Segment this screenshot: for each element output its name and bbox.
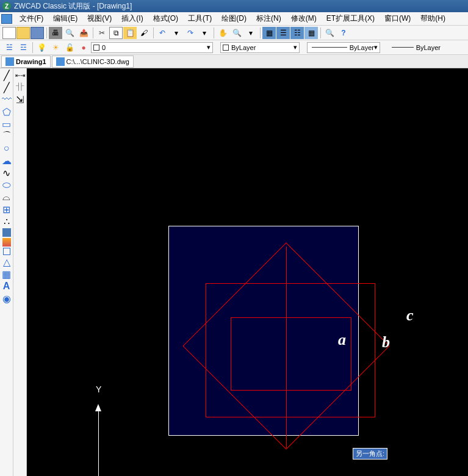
- point-tool[interactable]: ∴: [1, 216, 12, 227]
- menu-window[interactable]: 窗口(W): [380, 12, 416, 25]
- drawing-canvas[interactable]: a b c Y 另一角点:: [27, 68, 468, 476]
- layer-dropdown[interactable]: 0 ▾: [91, 42, 213, 53]
- dim-linear-tool[interactable]: ⇤⇥: [15, 70, 26, 81]
- pan-button[interactable]: ✋: [216, 27, 229, 39]
- menu-tools[interactable]: 工具(T): [183, 12, 217, 25]
- command-tooltip: 另一角点:: [353, 448, 387, 460]
- open-file-button[interactable]: [16, 27, 30, 39]
- publish-button[interactable]: 📤: [77, 27, 90, 39]
- spline-tool[interactable]: ∿: [1, 167, 12, 178]
- gradient-tool[interactable]: [2, 238, 11, 247]
- layer-name: 0: [102, 44, 106, 51]
- menu-draw[interactable]: 绘图(D): [217, 12, 251, 25]
- modify-toolbox: ⇤⇥ 卝 ⇲: [13, 68, 27, 476]
- tab-drawing1[interactable]: Drawing1: [1, 56, 51, 68]
- menu-format[interactable]: 格式(O): [148, 12, 183, 25]
- linetype-dropdown[interactable]: ByLayer ▾: [307, 42, 380, 53]
- zoom-realtime-button[interactable]: 🔍: [230, 27, 243, 39]
- zoom-window-button[interactable]: 🔍: [323, 27, 336, 39]
- linetype-value: ByLayer: [350, 44, 374, 51]
- layer-plot-icon[interactable]: ●: [77, 41, 90, 54]
- menu-bar: 文件(F) 编辑(E) 视图(V) 插入(I) 格式(O) 工具(T) 绘图(D…: [0, 12, 468, 26]
- menu-modify[interactable]: 修改(M): [286, 12, 322, 25]
- separator: [93, 27, 93, 38]
- zoom-dropdown-button[interactable]: ▾: [244, 27, 257, 39]
- linetype-sample-icon: [312, 47, 347, 48]
- menu-view[interactable]: 视图(V): [82, 12, 117, 25]
- polyline-tool[interactable]: 〰: [1, 94, 12, 105]
- draw-toolbox: ╱ ╱ 〰 ⬠ ▭ ⌒ ○ ☁ ∿ ⬭ ⌓ ⊞ ∴ △ ▦ A ◉: [0, 68, 13, 476]
- color-swatch-icon: [223, 45, 229, 51]
- circle-tool[interactable]: ○: [1, 143, 12, 154]
- arc-tool[interactable]: ⌒: [1, 131, 12, 142]
- pyramid-tool[interactable]: △: [1, 256, 12, 267]
- new-file-button[interactable]: [2, 27, 16, 39]
- text-tool[interactable]: A: [1, 281, 12, 292]
- layer-on-icon[interactable]: 💡: [35, 41, 48, 54]
- insert-block-tool[interactable]: ⊞: [1, 204, 12, 215]
- menu-edit[interactable]: 编辑(E): [48, 12, 82, 25]
- copy-button[interactable]: ⧉: [109, 27, 123, 39]
- separator: [260, 27, 261, 38]
- color-dropdown[interactable]: ByLayer ▾: [220, 42, 300, 53]
- separator: [46, 27, 47, 38]
- paste-button[interactable]: 📋: [123, 27, 137, 39]
- ucs-y-label: Y: [96, 384, 101, 394]
- revision-cloud-tool[interactable]: ☁: [1, 155, 12, 166]
- ucs-arrow-icon: [95, 404, 101, 411]
- title-bar: Z ZWCAD Classic 试用版 - [Drawing1]: [0, 0, 468, 12]
- redo-dropdown-button[interactable]: ▾: [198, 27, 211, 39]
- save-file-button[interactable]: [31, 27, 44, 39]
- menu-file[interactable]: 文件(F): [15, 12, 48, 25]
- menu-express[interactable]: ET扩展工具(X): [322, 12, 380, 25]
- table-tool[interactable]: ▦: [1, 269, 12, 279]
- region-tool[interactable]: [3, 248, 10, 255]
- app-logo-icon: Z: [2, 2, 11, 10]
- separator: [153, 27, 154, 38]
- lineweight-dropdown[interactable]: ByLayer: [387, 42, 442, 53]
- tab-label: C:\...\CLINIC-3D.dwg: [67, 58, 129, 65]
- print-preview-button[interactable]: 🔍: [63, 27, 76, 39]
- redo-button[interactable]: ↷: [184, 27, 197, 39]
- hatch-tool[interactable]: [2, 228, 11, 237]
- design-center-button[interactable]: ☷: [290, 27, 304, 39]
- properties-button[interactable]: ☰: [276, 27, 290, 39]
- help-button[interactable]: ?: [337, 27, 350, 39]
- cline-tool[interactable]: ╱: [1, 82, 12, 93]
- cut-button[interactable]: ✂: [95, 27, 109, 39]
- separator: [320, 27, 321, 38]
- crosshair-v: [286, 247, 287, 448]
- document-icon[interactable]: [1, 14, 12, 24]
- separator: [32, 42, 33, 53]
- line-tool[interactable]: ╱: [1, 70, 12, 81]
- dim-align-tool[interactable]: ⇲: [15, 94, 26, 105]
- tool-palettes-button[interactable]: ▦: [304, 27, 318, 39]
- separator: [214, 27, 214, 38]
- document-tabs: Drawing1 C:\...\CLINIC-3D.dwg: [0, 55, 468, 68]
- layer-toolbar: ☱ ☲ 💡 ☀ 🔓 ● 0 ▾ ByLayer ▾ ByLayer ▾ ByLa…: [0, 40, 468, 55]
- annotation-a: a: [338, 331, 346, 349]
- tab-label: Drawing1: [16, 58, 46, 65]
- print-button[interactable]: 🖶: [49, 27, 62, 39]
- match-properties-button[interactable]: 🖌: [137, 27, 151, 39]
- layer-manager-button[interactable]: ☱: [2, 41, 16, 54]
- dim-continue-tool[interactable]: 卝: [15, 82, 26, 93]
- menu-help[interactable]: 帮助(H): [416, 12, 450, 25]
- rectangle-tool[interactable]: ▭: [1, 118, 12, 129]
- menu-dimension[interactable]: 标注(N): [251, 12, 286, 25]
- ellipse-tool[interactable]: ⬭: [1, 179, 12, 190]
- donut-tool[interactable]: ◉: [1, 293, 12, 304]
- undo-button[interactable]: ↶: [156, 27, 169, 39]
- polygon-tool[interactable]: ⬠: [1, 106, 12, 117]
- layer-freeze-icon[interactable]: ☀: [49, 41, 62, 54]
- window-title: ZWCAD Classic 试用版 - [Drawing1]: [14, 1, 132, 12]
- annotation-b: b: [382, 333, 390, 352]
- annotation-c: c: [406, 306, 414, 325]
- layer-previous-button[interactable]: ☲: [16, 41, 30, 54]
- undo-dropdown-button[interactable]: ▾: [170, 27, 183, 39]
- layer-lock-icon[interactable]: 🔓: [63, 41, 76, 54]
- menu-insert[interactable]: 插入(I): [117, 12, 148, 25]
- layer-properties-button[interactable]: ▦: [262, 27, 276, 39]
- tab-clinic3d[interactable]: C:\...\CLINIC-3D.dwg: [52, 56, 134, 68]
- ellipse-arc-tool[interactable]: ⌓: [1, 192, 12, 203]
